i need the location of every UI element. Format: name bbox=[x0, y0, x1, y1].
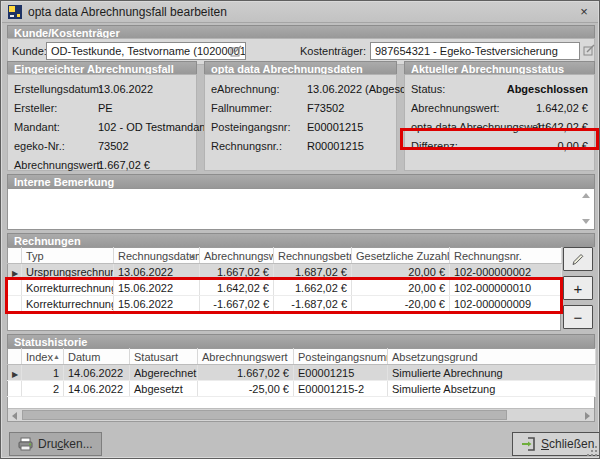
table-row[interactable]: 2 14.06.2022 Abgesetzt -25,00 € E0000121… bbox=[8, 381, 596, 397]
table-row[interactable]: Korrekturrechnung 15.06.2022 1.642,02 € … bbox=[8, 280, 562, 296]
printer-icon bbox=[18, 437, 33, 451]
row-indicator bbox=[8, 381, 22, 397]
col-header-label: Rechnungsdatum bbox=[118, 250, 200, 262]
kostentraeger-label: Kostenträger: bbox=[300, 42, 366, 60]
col-header-abrechnungswert[interactable]: Abrechnungswert bbox=[198, 349, 294, 365]
field-label: Abrechnungswert: bbox=[411, 102, 500, 114]
field-value: 13.06.2022 bbox=[98, 82, 153, 96]
kostentraeger-input[interactable]: 987654321 - Egeko-Testversicherung bbox=[370, 42, 580, 60]
field-value: 1.667,02 € bbox=[98, 158, 150, 172]
col-header-index[interactable]: Index▲ bbox=[22, 349, 64, 365]
close-icon[interactable]: × bbox=[576, 4, 592, 20]
field-value: 1.642,02 € bbox=[536, 101, 588, 115]
col-header-statusart[interactable]: Statusart bbox=[130, 349, 198, 365]
add-invoice-button[interactable]: + bbox=[563, 276, 593, 300]
scroll-right-icon[interactable] bbox=[585, 412, 590, 420]
section-header-kunde-kostentraeger: Kunde/Kostenträger bbox=[7, 25, 595, 39]
table-row[interactable]: ▶ Ursprungsrechnung 13.06.2022 1.667,02 … bbox=[8, 264, 562, 280]
edit-icon[interactable] bbox=[583, 44, 595, 56]
col-header-datum[interactable]: Datum bbox=[64, 349, 130, 365]
drucken-button[interactable]: Drucken... bbox=[9, 432, 102, 456]
drucken-label: Drucken... bbox=[38, 437, 93, 451]
dialog-window: opta data Abrechnungsfall bearbeiten × K… bbox=[0, 0, 600, 459]
row-indicator bbox=[8, 280, 22, 296]
remove-invoice-button[interactable]: − bbox=[563, 305, 593, 329]
horizontal-scrollbar[interactable] bbox=[8, 408, 594, 421]
section-header-interne-bemerkung: Interne Bemerkung bbox=[7, 174, 595, 188]
resize-grip[interactable] bbox=[587, 446, 597, 456]
col-header-posteingangsnummer[interactable]: Posteingangsnummer bbox=[294, 349, 388, 365]
field-value: E00001215 bbox=[307, 120, 363, 134]
section-title: Rechnungen bbox=[14, 235, 81, 247]
field-label: Differenz: bbox=[411, 140, 458, 152]
field-value: 102 - OD Testmandant bbox=[98, 120, 208, 134]
field-value: F73502 bbox=[307, 101, 344, 115]
scrollbar-thumb[interactable] bbox=[22, 410, 507, 420]
col-header-absetzungsgrund[interactable]: Absetzungsgrund bbox=[388, 349, 596, 365]
field-row: Ersteller:PE bbox=[14, 101, 190, 115]
row-marker-icon: ▶ bbox=[12, 370, 18, 379]
field-row: Posteingangsnr:E00001215 bbox=[211, 120, 390, 134]
statushistorie-table: Index▲ Datum Statusart Abrechnungswert P… bbox=[7, 348, 596, 397]
plus-icon: + bbox=[574, 280, 583, 297]
field-value: PE bbox=[98, 101, 113, 115]
sort-asc-icon: ▲ bbox=[53, 353, 60, 360]
kostentraeger-value: 987654321 - Egeko-Testversicherung bbox=[375, 45, 558, 57]
minus-icon: − bbox=[574, 309, 583, 326]
window-title: opta data Abrechnungsfall bearbeiten bbox=[28, 5, 576, 19]
col-header-abrechnungswert[interactable]: Abrechnungswert bbox=[200, 248, 274, 264]
field-label: Abrechnungswert: bbox=[14, 159, 103, 171]
differenz-value: 0,00 € bbox=[557, 139, 588, 153]
field-row: Rechnungsnr.:R00001215 bbox=[211, 139, 390, 153]
panel-abrechnungsstatus: Status:Abgeschlossen Abrechnungswert:1.6… bbox=[404, 74, 595, 171]
field-label: eAbrechnung: bbox=[211, 83, 280, 95]
field-row: opta data Abrechnungswert:1.642,02 € bbox=[411, 120, 588, 134]
row-indicator-header bbox=[8, 349, 22, 365]
section-header-abrechnungsdaten: opta data Abrechnungsdaten bbox=[204, 61, 397, 75]
sort-asc-icon: ▲ bbox=[189, 252, 196, 259]
col-header-typ[interactable]: Typ bbox=[22, 248, 114, 264]
field-label: Fallnummer: bbox=[211, 102, 272, 114]
scroll-left-icon[interactable] bbox=[12, 412, 17, 420]
row-marker-icon: ▶ bbox=[12, 269, 18, 278]
section-header-eingereichter-abrechnungsfall: Eingereichter Abrechnungsfall bbox=[7, 61, 197, 75]
table-row[interactable]: ▶ 1 14.06.2022 Abgerechnet 1.667,02 € E0… bbox=[8, 365, 596, 381]
field-row: Abrechnungswert:1.642,02 € bbox=[411, 101, 588, 115]
rechnungen-table-empty-area bbox=[7, 312, 561, 331]
field-row: Status:Abgeschlossen bbox=[411, 82, 588, 96]
field-value: R00001215 bbox=[307, 139, 364, 153]
edit-invoice-button[interactable] bbox=[563, 247, 593, 271]
section-header-statushistorie: Statushistorie bbox=[7, 334, 595, 348]
field-label: Mandant: bbox=[14, 121, 60, 133]
table-row[interactable]: Korrekturrechnung 15.06.2022 -1.667,02 €… bbox=[8, 296, 562, 312]
field-row-differenz: Differenz:0,00 € bbox=[411, 139, 588, 153]
scroll-up-icon[interactable] bbox=[582, 193, 590, 198]
row-indicator: ▶ bbox=[8, 264, 22, 280]
field-row: egeko-Nr.:73502 bbox=[14, 139, 190, 153]
field-label: Status: bbox=[411, 83, 445, 95]
field-label: egeko-Nr.: bbox=[14, 140, 65, 152]
exit-door-icon bbox=[521, 437, 536, 451]
title-bar: opta data Abrechnungsfall bearbeiten × bbox=[2, 2, 598, 23]
row-indicator bbox=[8, 296, 22, 312]
kunde-input[interactable]: OD-Testkunde, Testvorname (10200001) bbox=[46, 42, 246, 60]
panel-eingereichter-abrechnungsfall: Erstellungsdatum:13.06.2022 Ersteller:PE… bbox=[7, 74, 197, 171]
kunde-label: Kunde: bbox=[12, 42, 47, 60]
section-header-abrechnungsstatus: Aktueller Abrechnungsstatus bbox=[404, 61, 595, 75]
field-label: opta data Abrechnungswert: bbox=[411, 121, 548, 133]
section-title: Statushistorie bbox=[14, 336, 87, 348]
rechnungen-table: Typ Rechnungsdatum▲ Abrechnungswert Rech… bbox=[7, 247, 562, 312]
col-header-rechnungsdatum[interactable]: Rechnungsdatum▲ bbox=[114, 248, 200, 264]
statushistorie-header-row: Index▲ Datum Statusart Abrechnungswert P… bbox=[8, 349, 596, 365]
col-header-rechnungsbetrag[interactable]: Rechnungsbetrag bbox=[274, 248, 352, 264]
col-header-rechnungsnr[interactable]: Rechnungsnr. bbox=[450, 248, 562, 264]
interne-bemerkung-textarea[interactable] bbox=[7, 188, 595, 230]
pencil-icon bbox=[571, 252, 585, 266]
status-value: Abgeschlossen bbox=[507, 82, 588, 96]
field-value: 73502 bbox=[98, 139, 129, 153]
kunde-value: OD-Testkunde, Testvorname (10200001) bbox=[51, 45, 246, 57]
col-header-gesetzliche-zuzahlung[interactable]: Gesetzliche Zuzahlung bbox=[352, 248, 450, 264]
scroll-down-icon[interactable] bbox=[582, 219, 590, 224]
edit-icon[interactable] bbox=[230, 45, 242, 57]
field-row: Mandant:102 - OD Testmandant bbox=[14, 120, 190, 134]
